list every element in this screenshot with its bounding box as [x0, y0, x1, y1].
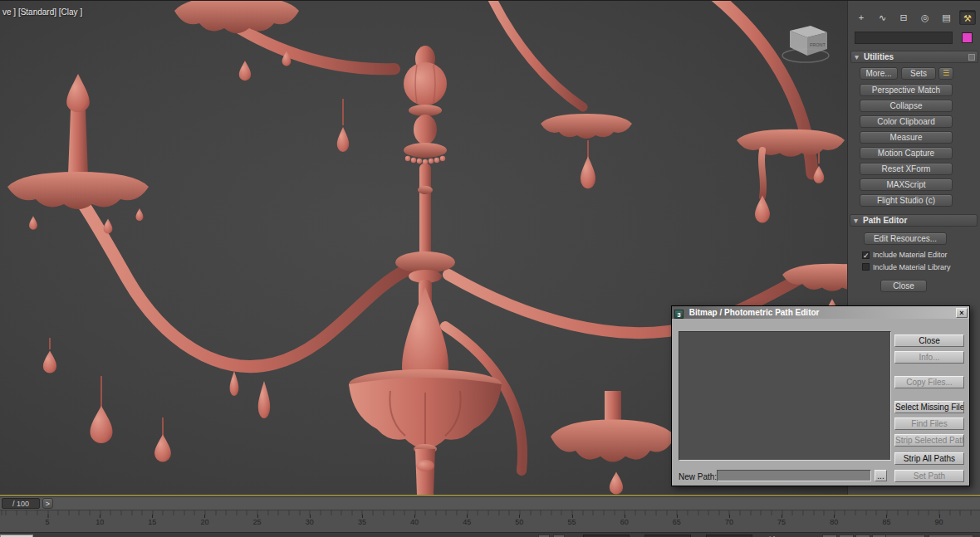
rollout-menu-icon[interactable]: [968, 54, 975, 61]
close-button[interactable]: Close: [894, 334, 964, 347]
utilities-rollout-title: Utilities: [864, 52, 894, 61]
measure-button[interactable]: Measure: [860, 131, 953, 144]
3dsmax-window: ve ] [Standard] [Clay ]: [0, 0, 980, 537]
object-color-swatch[interactable]: [962, 32, 973, 43]
panel-tab-create-icon[interactable]: +: [853, 10, 870, 25]
status-bar: X: Y: Z: Grid = 10.0mm |◀◀▶▶| Auto Key S…: [0, 532, 980, 537]
collapse-button[interactable]: Collapse: [860, 100, 953, 112]
configure-button-sets-icon[interactable]: ☰: [938, 67, 953, 80]
utilities-buttons: Perspective MatchCollapseColor Clipboard…: [860, 84, 953, 210]
sets-button[interactable]: Sets: [901, 67, 936, 80]
path-editor-rollout-title: Path Editor: [863, 216, 907, 225]
time-slider[interactable]: / 100 >: [0, 496, 980, 510]
frame-label-40: 40: [410, 518, 419, 526]
frame-label-75: 75: [777, 518, 786, 526]
panel-tab-modify-icon[interactable]: ∿: [875, 10, 891, 25]
info-button[interactable]: Info...: [894, 351, 964, 364]
checkbox-box[interactable]: [862, 251, 870, 259]
frame-label-80: 80: [830, 518, 838, 526]
new-path-input[interactable]: [717, 470, 871, 481]
path-editor-rollout-header[interactable]: Path Editor: [850, 214, 978, 227]
frame-label-50: 50: [515, 518, 523, 526]
color-clipboard-button[interactable]: Color Clipboard: [860, 115, 953, 128]
frame-label-70: 70: [725, 518, 733, 526]
include-material-editor-checkbox[interactable]: Include Material Editor: [862, 251, 970, 261]
perspective-match-button[interactable]: Perspective Match: [860, 84, 953, 96]
more-button[interactable]: More...: [860, 67, 898, 80]
time-slider-handle[interactable]: / 100: [2, 498, 40, 509]
motion-capture-button[interactable]: Motion Capture: [860, 147, 953, 159]
dialog-close-icon[interactable]: ×: [956, 308, 968, 318]
frame-label-90: 90: [935, 518, 943, 526]
frame-label-55: 55: [567, 518, 576, 526]
browse-button[interactable]: ...: [875, 470, 887, 481]
reset-xform-button[interactable]: Reset XForm: [860, 163, 953, 175]
viewcube-face-label: FRONT: [810, 42, 826, 47]
checkbox-label: Include Material Editor: [873, 251, 948, 259]
track-bar-ticks: [0, 510, 980, 515]
select-missing-files-button[interactable]: Select Missing Files: [894, 401, 964, 413]
frame-label-60: 60: [620, 518, 629, 526]
maxscript-button[interactable]: MAXScript: [860, 178, 953, 191]
panel-tab-utilities-icon[interactable]: ⚒: [959, 10, 976, 25]
panel-tab-motion-icon[interactable]: ◎: [917, 10, 933, 25]
frame-label-25: 25: [253, 518, 262, 526]
utilities-rollout-header[interactable]: Utilities: [850, 51, 978, 63]
viewport-shading-label[interactable]: ve ] [Standard] [Clay ]: [2, 7, 82, 17]
find-files-button[interactable]: Find Files: [894, 417, 964, 430]
panel-tab-display-icon[interactable]: ▤: [938, 10, 954, 25]
set-path-button[interactable]: Set Path: [894, 470, 964, 482]
frame-label-5: 5: [45, 518, 49, 526]
command-panel-tabs: +∿⊟◎▤⚒: [853, 9, 976, 26]
panel-tab-hierarchy-icon[interactable]: ⊟: [895, 10, 912, 25]
frame-label-15: 15: [148, 518, 156, 526]
include-material-library-checkbox[interactable]: Include Material Library: [862, 263, 970, 273]
next-frame-button[interactable]: >: [42, 498, 53, 509]
flight-studio-c-button[interactable]: Flight Studio (c): [860, 194, 953, 207]
dialog-title-bar[interactable]: 3 Bitmap / Photometric Path Editor ×: [672, 306, 969, 319]
bitmap-photometric-path-editor-dialog: 3 Bitmap / Photometric Path Editor × Clo…: [671, 305, 970, 486]
frame-label-65: 65: [673, 518, 681, 526]
path-list-box[interactable]: [679, 331, 891, 461]
edit-resources-button[interactable]: Edit Resources...: [864, 232, 947, 245]
strip-selected-paths-button[interactable]: Strip Selected Paths: [894, 434, 964, 447]
track-bar[interactable]: 51015202530354045505560657075808590: [0, 510, 980, 532]
frame-label-30: 30: [306, 518, 314, 526]
3dsmax-app-icon: 3: [674, 310, 684, 319]
dialog-title: Bitmap / Photometric Path Editor: [689, 308, 820, 317]
frame-label-10: 10: [96, 518, 104, 526]
frame-label-35: 35: [358, 518, 366, 526]
path-editor-close-button[interactable]: Close: [880, 280, 927, 292]
checkbox-label: Include Material Library: [873, 263, 951, 271]
frame-label-85: 85: [882, 518, 890, 526]
copy-files-button[interactable]: Copy Files...: [894, 376, 964, 388]
frame-label-20: 20: [200, 518, 208, 526]
new-path-label: New Path:: [679, 472, 717, 481]
checkbox-box[interactable]: [862, 263, 870, 271]
object-name-field[interactable]: [855, 32, 953, 44]
frame-label-45: 45: [463, 518, 471, 526]
viewcube[interactable]: FRONT: [777, 19, 835, 66]
strip-all-paths-button[interactable]: Strip All Paths: [894, 452, 964, 465]
active-viewport-border: [0, 495, 980, 496]
